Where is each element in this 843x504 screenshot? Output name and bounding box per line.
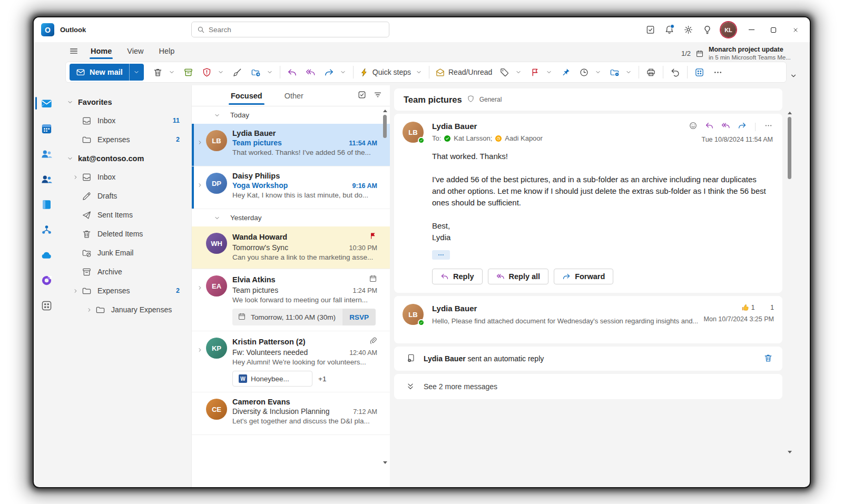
expand-chevron-icon[interactable] xyxy=(197,337,205,387)
maximize-button[interactable] xyxy=(762,21,785,39)
reading-scrollbar[interactable] xyxy=(787,112,793,453)
search-input[interactable] xyxy=(209,26,384,34)
group-header-yesterday[interactable]: Yesterday xyxy=(192,209,390,226)
delete-button[interactable] xyxy=(150,64,165,81)
rail-groups-button[interactable] xyxy=(34,166,59,192)
rail-org-explorer-button[interactable] xyxy=(34,217,59,242)
quick-steps-dropdown[interactable] xyxy=(413,64,425,81)
more-commands-button[interactable] xyxy=(710,64,726,81)
forward-dropdown[interactable] xyxy=(337,64,349,81)
tips-button[interactable] xyxy=(698,21,717,39)
expand-chevron-icon[interactable] xyxy=(85,305,94,314)
undo-button[interactable] xyxy=(668,64,683,81)
attachment-more-count[interactable]: +1 xyxy=(318,375,326,383)
add-reaction-button[interactable] xyxy=(689,121,698,132)
rules-button[interactable] xyxy=(607,64,622,81)
rail-more-apps-button[interactable] xyxy=(34,293,59,318)
rail-mail-button[interactable] xyxy=(34,91,59,116)
tab-help[interactable]: Help xyxy=(152,44,181,58)
scroll-up-arrow[interactable] xyxy=(383,110,387,112)
folder-expenses[interactable]: Expenses 2 xyxy=(59,281,191,300)
reply-all-button[interactable] xyxy=(721,121,730,132)
archive-button[interactable] xyxy=(181,64,196,81)
folder-january-expenses[interactable]: January Expenses xyxy=(59,300,191,319)
categorize-dropdown[interactable] xyxy=(513,64,524,81)
categorize-button[interactable] xyxy=(497,64,512,81)
list-item[interactable]: CE Cameron Evans Diversity & Inclusion P… xyxy=(192,392,390,435)
new-mail-dropdown[interactable] xyxy=(130,64,144,81)
search-box[interactable] xyxy=(191,22,389,37)
rail-people-button[interactable] xyxy=(34,141,59,166)
flag-dropdown[interactable] xyxy=(543,64,555,81)
folder-junk-email[interactable]: Junk Email xyxy=(59,243,191,262)
list-item[interactable]: EA Elvia Atkins Team pictures1:24 PM We … xyxy=(192,269,390,331)
report-button[interactable] xyxy=(199,64,214,81)
snooze-dropdown[interactable] xyxy=(592,64,604,81)
list-item[interactable]: KP Kristin Patterson (2) Fw: Volunteers … xyxy=(192,331,390,392)
quick-steps-button[interactable]: Quick steps xyxy=(358,64,413,81)
list-item[interactable]: WH Wanda Howard Tomorrow's Sync10:30 PM … xyxy=(192,226,390,269)
scrollbar-thumb[interactable] xyxy=(383,115,387,138)
folder-favorites-inbox[interactable]: Inbox 11 xyxy=(59,111,191,130)
rail-notebook-button[interactable] xyxy=(34,192,59,217)
scroll-down-arrow[interactable] xyxy=(788,451,792,453)
meeting-reminder[interactable]: 1/2 Monarch project update in 5 min Micr… xyxy=(681,46,801,61)
favorites-header[interactable]: Favorites xyxy=(59,93,191,111)
automatic-reply-card[interactable]: Lydia Bauer sent an automatic reply xyxy=(394,347,782,371)
rail-loop-button[interactable] xyxy=(34,268,59,293)
folder-inbox[interactable]: Inbox xyxy=(59,167,191,186)
tab-view[interactable]: View xyxy=(120,44,150,58)
hamburger-button[interactable] xyxy=(65,43,82,59)
collapsed-message-card[interactable]: LB Lydia Bauer Hello, Please find attach… xyxy=(394,296,782,343)
minimize-button[interactable] xyxy=(740,21,762,39)
forward-button[interactable] xyxy=(738,121,747,132)
close-button[interactable] xyxy=(785,21,807,39)
recipient[interactable]: Aadi Kapoor xyxy=(505,134,543,142)
recipient[interactable]: Kat Larsson; xyxy=(454,134,492,142)
reply-button[interactable] xyxy=(285,64,300,81)
scrollbar-thumb[interactable] xyxy=(788,117,791,179)
read-unread-button[interactable]: Read/Unread xyxy=(434,64,494,81)
move-to-dropdown[interactable] xyxy=(264,64,276,81)
settings-button[interactable] xyxy=(679,21,698,39)
select-messages-button[interactable] xyxy=(357,90,367,102)
rsvp-button[interactable]: RSVP xyxy=(342,309,376,325)
expand-chevron-icon[interactable] xyxy=(197,274,205,325)
reply-button[interactable] xyxy=(705,121,714,132)
meeting-chip[interactable]: Tomorrow, 11:00 AM (30m) RSVP xyxy=(232,309,376,325)
apps-button[interactable] xyxy=(692,64,707,81)
print-button[interactable] xyxy=(643,64,659,81)
my-day-button[interactable] xyxy=(641,21,660,39)
reply-all-button[interactable] xyxy=(303,64,318,81)
account-header[interactable]: kat@contoso.com xyxy=(59,149,191,167)
folder-sent-items[interactable]: Sent Items xyxy=(59,205,191,224)
scroll-up-arrow[interactable] xyxy=(788,112,792,114)
forward-button[interactable]: Forward xyxy=(554,269,613,284)
tab-home[interactable]: Home xyxy=(84,44,119,58)
reactions[interactable]: 1 1 xyxy=(741,303,774,312)
account-avatar[interactable]: KL xyxy=(721,22,736,37)
rail-onedrive-button[interactable] xyxy=(34,242,59,268)
trimmed-content-button[interactable] xyxy=(432,250,450,260)
reply-all-button[interactable]: Reply all xyxy=(488,269,549,284)
list-item[interactable]: LB Lydia Bauer Team pictures11:54 AM Tha… xyxy=(192,124,390,166)
expand-chevron-icon[interactable] xyxy=(197,129,205,161)
expand-chevron-icon[interactable] xyxy=(197,172,205,203)
new-mail-button[interactable]: New mail xyxy=(70,64,144,81)
expand-chevron-icon[interactable] xyxy=(71,286,80,295)
reply-button[interactable]: Reply xyxy=(432,269,483,284)
rail-calendar-button[interactable] xyxy=(34,116,59,141)
report-dropdown[interactable] xyxy=(215,64,227,81)
folder-archive[interactable]: Archive xyxy=(59,262,191,281)
list-scrollbar[interactable] xyxy=(382,110,388,464)
folder-favorites-expenses[interactable]: Expenses 2 xyxy=(59,130,191,149)
folder-drafts[interactable]: Drafts xyxy=(59,186,191,205)
delete-auto-reply-button[interactable] xyxy=(763,353,773,364)
snooze-button[interactable] xyxy=(576,64,592,81)
rules-dropdown[interactable] xyxy=(623,64,634,81)
sweep-button[interactable] xyxy=(230,64,245,81)
tab-focused[interactable]: Focused xyxy=(229,87,264,105)
see-more-card[interactable]: See 2 more messages xyxy=(394,374,782,399)
pin-button[interactable] xyxy=(558,64,573,81)
ribbon-collapse-button[interactable] xyxy=(790,72,797,82)
